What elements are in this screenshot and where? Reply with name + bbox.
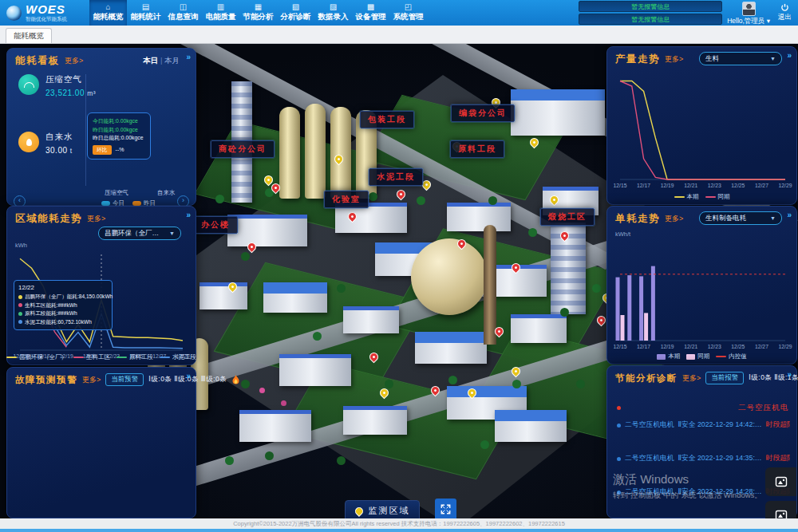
nav-item-data-entry[interactable]: ▨数据录入: [314, 0, 352, 26]
logout-button[interactable]: 退出: [775, 3, 795, 22]
stats-icon: ▤: [142, 3, 149, 11]
legend-item: 原料工段: [117, 353, 153, 361]
map-label[interactable]: 化验室: [324, 191, 369, 208]
energy-item-value: 23,521.00: [45, 89, 85, 97]
device-icon: ▩: [367, 3, 374, 11]
panel-title: 区域能耗走势: [15, 212, 82, 226]
user-menu[interactable]: Hello,管理员 ▾: [727, 18, 770, 25]
map-label[interactable]: 水泥工段: [369, 168, 423, 186]
building: [279, 354, 351, 386]
unit-consumption-chart: 12/1512/1712/1912/2112/2312/2512/2712/29: [610, 232, 793, 352]
panel-title: 能耗看板: [15, 54, 60, 68]
toggle-today[interactable]: 本日: [143, 56, 158, 65]
legend-item: 昌鹏环保（全厂）: [6, 353, 67, 361]
panel-region-energy-trend: 区域能耗走势 更多> » 昌鹏环保（全厂…▼ kWh 12/1512/1712/…: [6, 206, 196, 365]
building: [415, 332, 487, 364]
region-select[interactable]: 昌鹏环保（全厂…▼: [98, 227, 181, 240]
tooltip-row: 水泥工段能耗:60,752.10kWh: [18, 318, 108, 327]
screenshot-icon: [775, 475, 788, 488]
nav-item-label: 设备管理: [356, 12, 386, 22]
current-warning-badge[interactable]: 当前预警: [105, 373, 144, 386]
ratio-value: --%: [116, 147, 124, 152]
silo: [330, 107, 351, 199]
more-link[interactable]: 更多>: [665, 54, 683, 65]
panel-energy-kanban: 能耗看板 更多> 本日 | 本月 » 压缩空气 23,521.00 m³ 自来水…: [6, 48, 196, 206]
panel-expand-icon[interactable]: »: [787, 211, 792, 219]
monitor-area-button[interactable]: 监测区域: [345, 500, 420, 518]
nav-item-stats[interactable]: ▤能耗统计: [127, 0, 164, 26]
data-entry-icon: ▨: [330, 3, 337, 11]
nav-item-label: 信息查询: [168, 12, 199, 22]
nav-item-system[interactable]: ◰系统管理: [389, 0, 427, 26]
more-link[interactable]: 更多>: [682, 373, 701, 384]
map-label[interactable]: 编袋分公司: [451, 104, 515, 122]
map-label[interactable]: 商砼分公司: [211, 140, 275, 158]
dome-structure: [411, 238, 488, 315]
more-link[interactable]: 更多>: [65, 56, 83, 66]
panel-expand-icon[interactable]: »: [186, 372, 191, 380]
energy-item-value: 30.00: [45, 146, 68, 155]
home-icon: ⌂: [105, 3, 110, 11]
tab-bar: 能耗概览: [0, 26, 798, 44]
tooltip-row: 生料工区能耗:###kWh: [18, 301, 108, 310]
panel-expand-icon[interactable]: »: [186, 211, 191, 219]
nav-item-home[interactable]: ⌂能耗概览: [89, 0, 127, 26]
toggle-month[interactable]: 本月: [164, 56, 180, 65]
alarm-row[interactable]: 二号空压机电机Ⅱ安全 2022-12-29 14:35:…时段超限-关…: [617, 454, 790, 463]
svg-text:12/25: 12/25: [731, 344, 745, 349]
nav-item-label: 分析诊断: [281, 12, 311, 22]
svg-text:12/21: 12/21: [684, 344, 697, 349]
alarm-row[interactable]: 二号空压机电机Ⅱ安全 2022-12-29 14:42:…时段超限-关…: [617, 420, 790, 430]
nav-item-search[interactable]: ◫信息查询: [164, 0, 202, 26]
app-logo: WOES 智能优化节能系统: [0, 0, 89, 26]
tap-water-icon: [18, 132, 39, 152]
alarm-marquee: 二号空压机电: [617, 403, 788, 413]
floating-tool-button[interactable]: [765, 467, 796, 496]
panel-expand-icon[interactable]: »: [186, 53, 191, 61]
map-label[interactable]: 原料工段: [450, 140, 504, 158]
panel-title: 产量走势: [615, 53, 660, 66]
map-label[interactable]: 办公楼: [193, 216, 238, 234]
axis-label: 自来水: [157, 189, 176, 197]
tooltip-row: 昨日总能耗:0.00kgce: [93, 134, 145, 143]
nav-item-power-quality[interactable]: ▥电能质量: [202, 0, 239, 26]
legend-item: 生料工区: [73, 353, 110, 361]
svg-text:12/21: 12/21: [684, 183, 697, 188]
panel-expand-icon[interactable]: »: [787, 51, 792, 60]
monitor-area-label: 监测区域: [369, 505, 410, 517]
flame-icon: [231, 375, 240, 385]
svg-text:12/23: 12/23: [708, 344, 721, 349]
current-alarm-badge[interactable]: 当前报警: [705, 372, 744, 384]
fullscreen-button[interactable]: [435, 499, 456, 518]
user-avatar[interactable]: [742, 2, 756, 16]
legend-item: 同期: [705, 193, 730, 201]
building: [447, 203, 511, 231]
nav-item-device[interactable]: ▩设备管理: [352, 0, 389, 26]
energy-item-unit: t: [70, 147, 73, 155]
map-label[interactable]: 煅烧工区: [540, 208, 595, 226]
unit-consumption-select[interactable]: 生料制备电耗▼: [699, 211, 782, 225]
building: [343, 306, 399, 333]
panel-title: 节能分析诊断: [615, 372, 678, 384]
more-link[interactable]: 更多>: [665, 214, 683, 224]
nav-item-diagnosis[interactable]: ▧分析诊断: [277, 0, 314, 26]
energy-item-name: 自来水: [45, 132, 73, 143]
fullscreen-icon: [440, 503, 452, 515]
nav-item-analysis[interactable]: ▦节能分析: [239, 0, 277, 26]
energy-item-unit: m³: [87, 89, 96, 97]
location-pin-icon: [353, 505, 364, 516]
nav-item-label: 能耗概览: [93, 12, 124, 22]
panel-expand-icon[interactable]: »: [787, 370, 792, 379]
panel-title: 单耗走势: [615, 212, 660, 226]
alarm-row[interactable]: 二号空压机电机Ⅱ安全 2022-12-29 14:28:…时段超限-关…: [617, 487, 790, 497]
flowers: [0, 43, 6, 49]
production-select[interactable]: 生料▼: [699, 52, 782, 65]
more-link[interactable]: 更多>: [87, 214, 105, 224]
energy-item-name: 压缩空气: [45, 74, 96, 85]
tab-energy-overview[interactable]: 能耗概览: [6, 28, 52, 43]
tooltip-row: 原料工段能耗:###kWh: [18, 309, 108, 318]
map-label[interactable]: 包装工段: [360, 111, 414, 128]
more-link[interactable]: 更多>: [82, 375, 101, 385]
building: [239, 410, 311, 442]
globe-logo-icon: [6, 6, 22, 21]
